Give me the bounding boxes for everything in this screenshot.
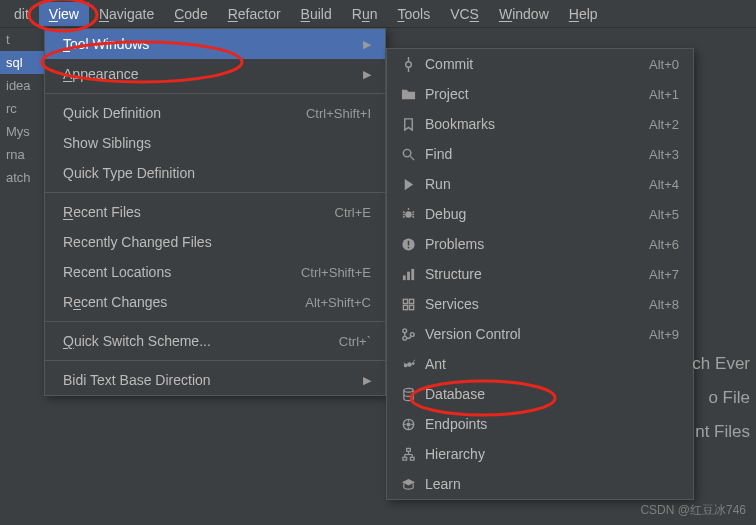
shortcut: Alt+4 <box>649 177 679 192</box>
menu-bar: ditViewNavigateCodeRefactorBuildRunTools… <box>0 0 756 28</box>
menu-navigate[interactable]: Navigate <box>89 2 164 26</box>
svg-line-8 <box>412 211 414 212</box>
menu-view[interactable]: View <box>39 2 89 26</box>
tool-window-version-control[interactable]: Version ControlAlt+9 <box>387 319 693 349</box>
svg-rect-40 <box>410 457 414 460</box>
tool-window-database[interactable]: Database <box>387 379 693 409</box>
svg-line-10 <box>412 216 414 217</box>
menu-item-label: Version Control <box>419 326 649 342</box>
svg-point-23 <box>402 328 406 332</box>
svg-point-27 <box>407 362 412 367</box>
menu-item-label: Find <box>419 146 649 162</box>
tool-window-structure[interactable]: StructureAlt+7 <box>387 259 693 289</box>
menu-vcs[interactable]: VCS <box>440 2 489 26</box>
menu-item-label: Recently Changed Files <box>63 234 371 250</box>
shortcut: Alt+3 <box>649 147 679 162</box>
svg-rect-39 <box>402 457 406 460</box>
svg-point-3 <box>403 149 411 157</box>
shortcut: Alt+0 <box>649 57 679 72</box>
menu-item-label: Problems <box>419 236 649 252</box>
menu-item-quick-definition[interactable]: Quick DefinitionCtrl+Shift+I <box>45 98 385 128</box>
menu-item-quick-type-definition[interactable]: Quick Type Definition <box>45 158 385 188</box>
learn-icon <box>397 477 419 492</box>
menu-refactor[interactable]: Refactor <box>218 2 291 26</box>
tree-node[interactable]: atch <box>0 166 44 189</box>
svg-rect-20 <box>409 299 413 303</box>
separator <box>45 192 385 193</box>
tool-window-run[interactable]: RunAlt+4 <box>387 169 693 199</box>
menu-help[interactable]: Help <box>559 2 608 26</box>
bg-hint: o File <box>692 388 756 408</box>
menu-item-appearance[interactable]: Appearance▶ <box>45 59 385 89</box>
tree-node[interactable]: sql <box>0 51 44 74</box>
svg-rect-19 <box>403 299 407 303</box>
tool-window-endpoints[interactable]: Endpoints <box>387 409 693 439</box>
problems-icon <box>397 237 419 252</box>
menu-item-recent-locations[interactable]: Recent LocationsCtrl+Shift+E <box>45 257 385 287</box>
project-icon <box>397 87 419 102</box>
tool-window-ant[interactable]: Ant <box>387 349 693 379</box>
tool-window-bookmarks[interactable]: BookmarksAlt+2 <box>387 109 693 139</box>
debug-icon <box>397 207 419 222</box>
svg-rect-16 <box>402 275 405 280</box>
bg-hint: nt Files <box>692 422 756 442</box>
menu-item-label: Hierarchy <box>419 446 679 462</box>
tool-window-services[interactable]: ServicesAlt+8 <box>387 289 693 319</box>
menu-item-recently-changed-files[interactable]: Recently Changed Files <box>45 227 385 257</box>
svg-point-33 <box>407 423 410 426</box>
menu-code[interactable]: Code <box>164 2 217 26</box>
tool-window-find[interactable]: FindAlt+3 <box>387 139 693 169</box>
menu-item-label: Debug <box>419 206 649 222</box>
menu-item-tool-windows[interactable]: Tool Windows▶ <box>45 29 385 59</box>
view-menu-dropdown: Tool Windows▶Appearance▶Quick Definition… <box>44 28 386 396</box>
svg-rect-38 <box>406 448 410 451</box>
commit-icon <box>397 57 419 72</box>
menu-item-label: Quick Type Definition <box>63 165 371 181</box>
svg-line-29 <box>403 362 405 364</box>
svg-rect-21 <box>403 305 407 309</box>
run-icon <box>397 177 419 192</box>
menu-tools[interactable]: Tools <box>387 2 440 26</box>
menu-item-label: Database <box>419 386 679 402</box>
menu-item-label: Recent Files <box>63 204 335 220</box>
menu-item-recent-files[interactable]: Recent FilesCtrl+E <box>45 197 385 227</box>
svg-rect-18 <box>411 268 414 279</box>
tool-window-commit[interactable]: CommitAlt+0 <box>387 49 693 79</box>
menu-item-label: Run <box>419 176 649 192</box>
tool-window-hierarchy[interactable]: Hierarchy <box>387 439 693 469</box>
svg-point-5 <box>405 211 412 218</box>
tool-window-problems[interactable]: ProblemsAlt+6 <box>387 229 693 259</box>
menu-dit[interactable]: dit <box>4 2 39 26</box>
separator <box>45 321 385 322</box>
tree-node[interactable]: rna <box>0 143 44 166</box>
tree-node[interactable]: Mys <box>0 120 44 143</box>
menu-item-show-siblings[interactable]: Show Siblings <box>45 128 385 158</box>
menu-item-quick-switch-scheme-[interactable]: Quick Switch Scheme...Ctrl+` <box>45 326 385 356</box>
svg-rect-15 <box>407 246 409 248</box>
tool-window-project[interactable]: ProjectAlt+1 <box>387 79 693 109</box>
menu-item-bidi-text-base-direction[interactable]: Bidi Text Base Direction▶ <box>45 365 385 395</box>
svg-line-4 <box>410 156 414 160</box>
menu-item-label: Appearance <box>63 66 355 82</box>
menu-build[interactable]: Build <box>291 2 342 26</box>
menu-item-recent-changes[interactable]: Recent ChangesAlt+Shift+C <box>45 287 385 317</box>
structure-icon <box>397 267 419 282</box>
menu-item-label: Endpoints <box>419 416 679 432</box>
shortcut: Alt+9 <box>649 327 679 342</box>
menu-item-label: Bookmarks <box>419 116 649 132</box>
menu-item-label: Structure <box>419 266 649 282</box>
svg-rect-22 <box>409 305 413 309</box>
menu-item-label: Project <box>419 86 649 102</box>
tool-window-learn[interactable]: Learn <box>387 469 693 499</box>
menu-run[interactable]: Run <box>342 2 388 26</box>
tree-node[interactable]: idea <box>0 74 44 97</box>
project-tree-partial: tsqlidearcMysrnaatch <box>0 28 44 189</box>
tree-node[interactable]: rc <box>0 97 44 120</box>
tool-window-debug[interactable]: DebugAlt+5 <box>387 199 693 229</box>
menu-window[interactable]: Window <box>489 2 559 26</box>
database-icon <box>397 387 419 402</box>
bookmark-icon <box>397 117 419 132</box>
svg-line-30 <box>413 359 415 361</box>
tree-node[interactable]: t <box>0 28 44 51</box>
shortcut: Alt+5 <box>649 207 679 222</box>
